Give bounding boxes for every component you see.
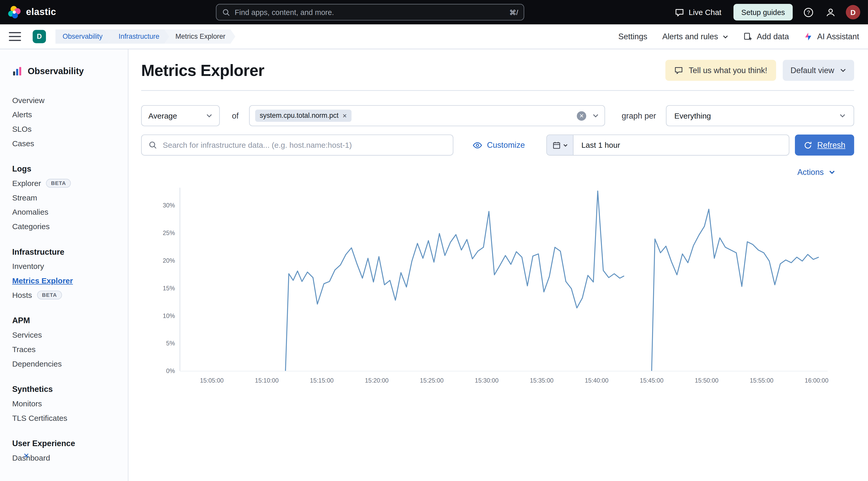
sidebar-section-logs: Logs: [0, 162, 128, 176]
sidebar-item-categories[interactable]: Categories: [0, 219, 128, 234]
sidebar-item-label: Hosts: [12, 291, 32, 299]
sidebar-item-overview[interactable]: Overview: [0, 93, 128, 107]
header-divider: [141, 90, 854, 91]
x-tick-label: 15:50:00: [695, 377, 718, 384]
refresh-label: Refresh: [817, 140, 845, 149]
ai-assistant-label: AI Assistant: [817, 32, 859, 41]
search-icon: [222, 8, 230, 16]
customize-button[interactable]: Customize: [469, 140, 528, 150]
sidebar-nav: OverviewAlertsSLOsCasesLogsExplorerBETAS…: [0, 93, 128, 465]
metric-tag[interactable]: system.cpu.total.norm.pct ✕: [255, 109, 351, 122]
sidebar-item-metrics-explorer[interactable]: Metrics Explorer: [0, 274, 128, 288]
breadcrumb-metrics-explorer: Metrics Explorer: [164, 29, 235, 44]
calendar-icon: [552, 141, 561, 149]
y-tick-label: 25%: [163, 230, 175, 236]
sidebar-item-cases[interactable]: Cases: [0, 136, 128, 151]
chart-line: [652, 209, 819, 371]
settings-link[interactable]: Settings: [618, 32, 647, 41]
x-tick-label: 15:45:00: [640, 377, 664, 384]
refresh-icon: [804, 141, 812, 149]
sidebar-item-label: Cases: [12, 139, 34, 148]
metrics-chart[interactable]: 0%5%10%15%20%25%30%15:05:0015:10:0015:15…: [141, 181, 854, 391]
customize-label: Customize: [487, 140, 525, 149]
ai-assistant-icon: [804, 32, 813, 41]
user-avatar[interactable]: D: [846, 5, 860, 20]
brand[interactable]: elastic: [8, 5, 56, 19]
elastic-logo-icon: [8, 5, 21, 19]
sidebar-item-explorer[interactable]: ExplorerBETA: [0, 176, 128, 190]
breadcrumb-observability[interactable]: Observability: [55, 29, 113, 44]
y-tick-label: 0%: [166, 367, 175, 374]
quick-select-button[interactable]: [547, 135, 574, 155]
sidebar-item-label: Overview: [12, 96, 44, 105]
search-icon: [148, 140, 157, 149]
chevron-down-icon[interactable]: [592, 113, 599, 119]
chevron-down-icon: [840, 67, 846, 74]
sidebar-item-monitors[interactable]: Monitors: [0, 396, 128, 411]
alerts-and-rules-menu[interactable]: Alerts and rules: [662, 32, 729, 41]
menu-button[interactable]: [9, 32, 21, 41]
aggregation-value: Average: [148, 111, 177, 120]
setup-guides-button[interactable]: Setup guides: [734, 4, 793, 21]
sidebar-item-slos[interactable]: SLOs: [0, 122, 128, 136]
global-search-placeholder: Find apps, content, and more.: [235, 8, 334, 16]
user-settings-button[interactable]: [824, 5, 837, 19]
sidebar-item-label: TLS Certificates: [12, 414, 67, 422]
time-range-value[interactable]: Last 1 hour: [574, 140, 620, 149]
metric-tag-label: system.cpu.total.norm.pct: [259, 112, 338, 120]
sidebar-item-label: Dependencies: [12, 359, 62, 368]
y-tick-label: 20%: [163, 257, 175, 264]
y-tick-label: 5%: [166, 340, 175, 347]
refresh-button[interactable]: Refresh: [795, 135, 854, 156]
breadcrumb-infrastructure[interactable]: Infrastructure: [107, 29, 169, 44]
x-tick-label: 15:40:00: [585, 377, 609, 384]
view-select-button[interactable]: Default view: [783, 60, 854, 81]
sidebar-item-label: Explorer: [12, 179, 41, 188]
sidebar-item-inventory[interactable]: Inventory: [0, 259, 128, 274]
actions-menu[interactable]: Actions: [794, 167, 839, 177]
sidebar-item-stream[interactable]: Stream: [0, 190, 128, 205]
sidebar-item-traces[interactable]: Traces: [0, 342, 128, 356]
collapse-sidenav-icon[interactable]: ✕: [23, 452, 29, 460]
global-search-input[interactable]: Find apps, content, and more. ⌘/: [216, 4, 524, 21]
sidebar-item-label: Inventory: [12, 262, 44, 271]
x-tick-label: 15:15:00: [310, 377, 334, 384]
sidebar-item-anomalies[interactable]: Anomalies: [0, 205, 128, 219]
of-label: of: [232, 111, 239, 120]
chevron-down-icon: [829, 169, 835, 176]
aggregation-select[interactable]: Average: [141, 105, 220, 126]
sidebar-item-dashboard[interactable]: Dashboard: [0, 451, 128, 465]
space-switcher[interactable]: D: [33, 30, 46, 43]
sidebar-item-dependencies[interactable]: Dependencies: [0, 356, 128, 371]
sidebar-item-tls-certificates[interactable]: TLS Certificates: [0, 411, 128, 425]
search-placeholder: Search for infrastructure data... (e.g. …: [163, 140, 352, 149]
clear-all-icon[interactable]: ✕: [577, 111, 586, 120]
sidebar-item-alerts[interactable]: Alerts: [0, 107, 128, 122]
live-chat-label: Live Chat: [689, 8, 721, 17]
alerts-and-rules-label: Alerts and rules: [662, 32, 718, 41]
feedback-button[interactable]: Tell us what you think!: [665, 60, 776, 81]
chevron-down-icon: [563, 142, 568, 148]
remove-metric-icon[interactable]: ✕: [342, 113, 347, 119]
add-data-label: Add data: [757, 32, 789, 41]
group-by-select[interactable]: Everything: [666, 105, 854, 126]
feedback-bubble-icon: [674, 66, 683, 75]
ai-assistant-link[interactable]: AI Assistant: [804, 32, 859, 41]
sidebar-section-infrastructure: Infrastructure: [0, 245, 128, 259]
y-tick-label: 15%: [163, 285, 175, 292]
metric-combobox[interactable]: system.cpu.total.norm.pct ✕ ✕: [249, 105, 605, 126]
sidebar-item-label: Stream: [12, 193, 37, 202]
y-tick-label: 10%: [163, 313, 175, 319]
sidebar-item-hosts[interactable]: HostsBETA: [0, 288, 128, 302]
add-data-link[interactable]: Add data: [743, 32, 789, 41]
live-chat-button[interactable]: Live Chat: [672, 7, 724, 18]
date-picker: Last 1 hour: [547, 135, 789, 156]
chart-line: [285, 191, 624, 371]
infrastructure-search-input[interactable]: Search for infrastructure data... (e.g. …: [141, 135, 453, 156]
chevron-down-icon: [722, 34, 729, 40]
x-tick-label: 16:00:00: [805, 377, 829, 384]
feedback-label: Tell us what you think!: [689, 66, 767, 75]
help-button[interactable]: ?: [802, 5, 815, 19]
sidebar-item-label: Services: [12, 330, 42, 339]
sidebar-item-services[interactable]: Services: [0, 328, 128, 342]
